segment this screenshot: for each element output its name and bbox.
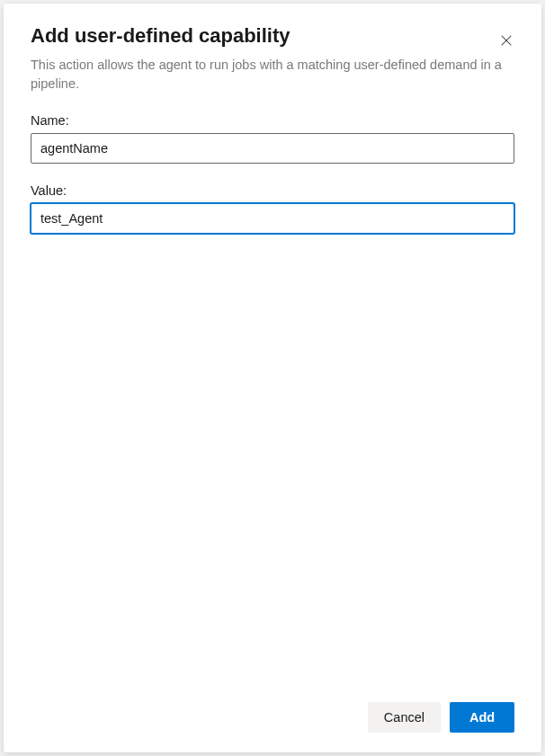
close-icon	[500, 34, 513, 47]
add-capability-dialog: Add user-defined capability This action …	[4, 4, 541, 752]
name-label: Name:	[31, 113, 514, 128]
name-field-group: Name:	[31, 113, 514, 164]
form-section: Name: Value:	[31, 113, 514, 253]
value-label: Value:	[31, 183, 514, 198]
dialog-description: This action allows the agent to run jobs…	[31, 56, 514, 93]
dialog-header: Add user-defined capability	[31, 23, 514, 52]
value-field-group: Value:	[31, 183, 514, 234]
close-button[interactable]	[495, 29, 518, 52]
value-input[interactable]	[31, 203, 514, 234]
dialog-title: Add user-defined capability	[31, 23, 290, 49]
dialog-footer: Cancel Add	[31, 702, 514, 733]
name-input[interactable]	[31, 133, 514, 164]
cancel-button[interactable]: Cancel	[368, 702, 441, 733]
add-button[interactable]: Add	[450, 702, 514, 733]
